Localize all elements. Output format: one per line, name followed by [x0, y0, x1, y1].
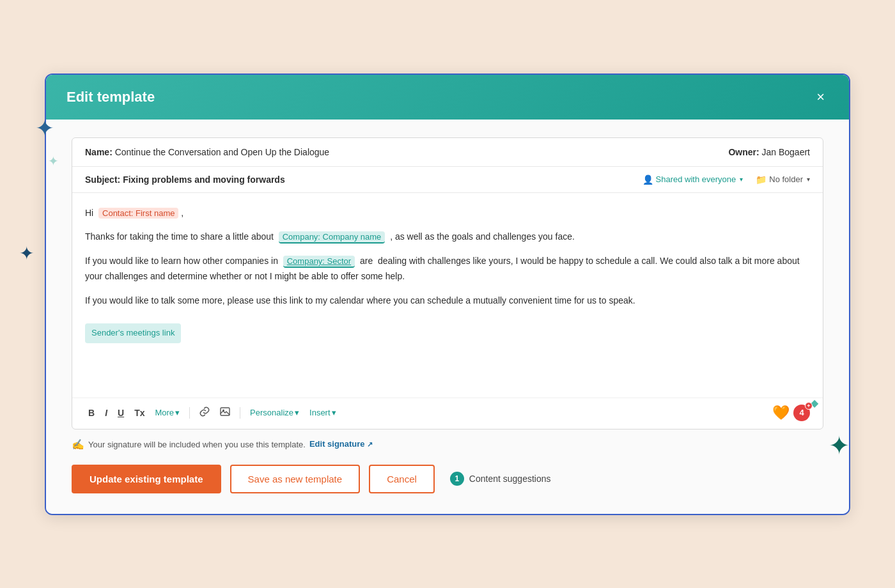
- editor-toolbar: B I U Tx More ▾: [72, 398, 823, 429]
- template-name-row: Name: Continue the Conversation and Open…: [72, 138, 823, 167]
- signature-notice: ✍ Your signature will be included when y…: [72, 429, 823, 454]
- sparkle-br-icon: ✦: [829, 431, 850, 460]
- modal-title: Edit template: [66, 89, 155, 105]
- template-card: Name: Continue the Conversation and Open…: [72, 137, 823, 429]
- footer-actions: Update existing template Save as new tem…: [72, 454, 823, 496]
- insert-dropdown-arrow: ▾: [332, 408, 336, 417]
- notification-badge[interactable]: 4 +: [793, 405, 810, 421]
- close-button[interactable]: ×: [813, 89, 829, 105]
- sector-suffix: are: [360, 256, 373, 266]
- notification-plus: +: [805, 402, 813, 410]
- cancel-button[interactable]: Cancel: [369, 465, 435, 493]
- image-button[interactable]: [217, 405, 233, 421]
- meetings-link-container: Sender's meetings link: [85, 317, 810, 348]
- template-subject-field: Subject: Fixing problems and moving forw…: [85, 174, 285, 185]
- insert-button[interactable]: Insert ▾: [306, 406, 339, 419]
- italic-button[interactable]: I: [102, 406, 111, 420]
- company-name-token[interactable]: Company: Company name: [279, 231, 385, 244]
- save-as-new-template-button[interactable]: Save as new template: [230, 465, 361, 493]
- paragraph-1: Thanks for taking the time to share a li…: [85, 229, 810, 245]
- toolbar-divider-2: [240, 407, 240, 419]
- more-button[interactable]: More ▾: [152, 406, 183, 419]
- person-icon: 👤: [642, 174, 653, 185]
- paragraph-3: If you would like to talk some more, ple…: [85, 293, 810, 309]
- heart-emoji-icon[interactable]: 🧡: [772, 405, 790, 421]
- sparkle-tl-small-icon: ✦: [48, 153, 59, 169]
- signature-icon: ✍: [72, 438, 84, 451]
- greeting-comma: ,: [181, 208, 183, 218]
- edit-template-modal: Edit template × Name: Continue the Conve…: [45, 74, 850, 515]
- modal-body: Name: Continue the Conversation and Open…: [46, 120, 849, 514]
- folder-dropdown-arrow: ▾: [807, 176, 810, 183]
- template-name-field: Name: Continue the Conversation and Open…: [85, 147, 329, 157]
- folder-button[interactable]: 📁 No folder ▾: [756, 174, 810, 185]
- update-existing-template-button[interactable]: Update existing template: [72, 465, 221, 493]
- contact-first-name-token[interactable]: Contact: First name: [98, 208, 178, 219]
- content-suggestions-label: Content suggestions: [469, 474, 551, 484]
- company-sector-token[interactable]: Company: Sector: [283, 256, 355, 268]
- underline-button[interactable]: U: [114, 406, 127, 420]
- external-link-icon: ↗: [367, 441, 373, 449]
- template-subject-row: Subject: Fixing problems and moving forw…: [72, 167, 823, 193]
- template-email-body: Hi Contact: First name , Thanks for taki…: [72, 193, 823, 398]
- toolbar-divider-1: [189, 407, 190, 419]
- greeting-hi: Hi: [85, 208, 93, 218]
- personalize-button[interactable]: Personalize ▾: [247, 406, 302, 419]
- toolbar-right-controls: 🧡 4 +: [772, 405, 810, 421]
- template-owner-field: Owner: Jan Bogaert: [728, 147, 810, 157]
- paragraph-2: If you would like to learn how other com…: [85, 254, 810, 284]
- folder-icon: 📁: [756, 174, 767, 185]
- toolbar-left-controls: B I U Tx More ▾: [85, 405, 339, 421]
- shared-dropdown-arrow: ▾: [740, 176, 743, 183]
- personalize-dropdown-arrow: ▾: [295, 408, 299, 417]
- meetings-link-token[interactable]: Sender's meetings link: [85, 323, 181, 343]
- more-dropdown-arrow: ▾: [175, 408, 180, 417]
- sparkle-tl-icon: ✦: [35, 115, 54, 142]
- content-suggestions-area[interactable]: 1 Content suggestions: [450, 472, 551, 486]
- greeting-paragraph: Hi Contact: First name ,: [85, 206, 810, 221]
- modal-header: Edit template ×: [46, 75, 849, 120]
- edit-signature-link[interactable]: Edit signature ↗: [309, 439, 373, 449]
- shared-with-everyone-button[interactable]: 👤 Shared with everyone ▾: [642, 174, 743, 185]
- link-button[interactable]: [196, 405, 213, 421]
- bold-button[interactable]: B: [85, 406, 98, 420]
- clear-format-button[interactable]: Tx: [131, 406, 148, 420]
- subject-right-controls: 👤 Shared with everyone ▾ 📁 No folder ▾: [642, 174, 811, 185]
- sparkle-ml-icon: ✦: [19, 243, 34, 264]
- content-suggestions-badge: 1: [450, 472, 464, 486]
